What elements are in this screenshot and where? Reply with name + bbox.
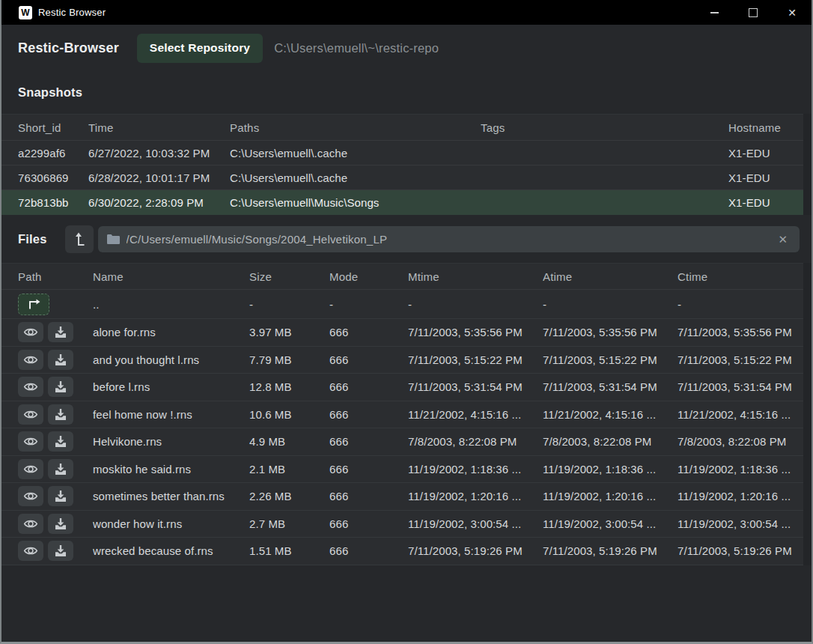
download-button[interactable] [48, 377, 73, 397]
files-col-size: Size [249, 270, 329, 283]
file-row-actions [18, 514, 93, 534]
download-icon [55, 463, 67, 476]
eye-icon [23, 409, 38, 420]
download-button[interactable] [48, 514, 73, 534]
download-button[interactable] [48, 431, 73, 452]
download-icon [55, 408, 67, 421]
up-level-button[interactable] [65, 225, 94, 253]
clear-path-button[interactable]: ✕ [775, 232, 791, 246]
file-cell-atime: 11/19/2002, 1:20:16 ... [543, 490, 678, 502]
download-button[interactable] [48, 486, 73, 506]
preview-button[interactable] [18, 350, 43, 370]
snapshot-row[interactable]: a2299af66/27/2022, 10:03:32 PMC:\Users\e… [1, 141, 803, 165]
file-row-actions [18, 431, 93, 452]
file-cell-name: feel home now !.rns [93, 408, 249, 421]
file-cell-ctime: 7/11/2003, 5:15:22 PM [678, 353, 803, 366]
files-path-bar[interactable]: /C/Users/emuell/Music/Songs/2004_Helveti… [98, 226, 800, 252]
preview-button[interactable] [18, 377, 43, 397]
maximize-button[interactable] [734, 0, 773, 25]
download-button[interactable] [48, 541, 73, 561]
file-row: sometimes better than.rns2.26 MB66611/19… [1, 482, 803, 510]
window-controls: ✕ [695, 0, 812, 25]
download-icon [55, 517, 67, 530]
download-icon [55, 435, 67, 448]
snapshot-cell-paths: C:\Users\emuell\.cache [230, 171, 481, 184]
eye-icon [23, 518, 38, 529]
snapshot-row[interactable]: 763068696/28/2022, 10:01:17 PMC:\Users\e… [1, 165, 803, 190]
files-table: PathNameSizeModeMtimeAtimeCtime ..-----a… [1, 263, 812, 565]
app-window: W Restic Browser ✕ Restic-Browser Select… [0, 0, 813, 644]
preview-button[interactable] [18, 514, 43, 534]
file-row: wrecked because of.rns1.51 MB6667/11/200… [1, 537, 803, 565]
file-cell-ctime: 7/11/2003, 5:35:56 PM [678, 326, 803, 338]
file-cell-mode: 666 [329, 353, 408, 366]
file-cell-ctime: 11/21/2002, 4:15:16 ... [678, 408, 803, 421]
minimize-icon [710, 12, 719, 13]
snapshot-cell-time: 6/27/2022, 10:03:32 PM [88, 147, 230, 160]
files-title: Files [18, 232, 47, 246]
parent-dir-button[interactable] [18, 294, 49, 315]
snapshots-section-header: Snapshots [1, 71, 812, 114]
file-cell-ctime: 11/19/2002, 1:20:16 ... [678, 490, 803, 502]
file-cell-mtime: 7/8/2003, 8:22:08 PM [408, 435, 543, 448]
close-button[interactable]: ✕ [773, 0, 812, 25]
snapshots-col-paths: Paths [230, 121, 481, 134]
file-cell-mode: 666 [329, 463, 408, 476]
snapshots-scrollbar[interactable] [803, 114, 812, 215]
preview-button[interactable] [18, 486, 43, 506]
download-button[interactable] [48, 322, 73, 342]
file-row: and you thought l.rns7.79 MB6667/11/2003… [1, 346, 803, 374]
file-cell-atime: 11/21/2002, 4:15:16 ... [543, 408, 678, 421]
snapshot-cell-hostname: X1-EDU [728, 196, 803, 209]
minimize-button[interactable] [695, 0, 734, 25]
file-row: alone for.rns3.97 MB6667/11/2003, 5:35:5… [1, 318, 803, 346]
file-cell-atime: 7/11/2003, 5:19:26 PM [543, 544, 678, 557]
select-repository-button[interactable]: Select Repository [137, 34, 263, 63]
file-cell-size: 2.1 MB [249, 463, 329, 476]
file-row: Helvikone.rns4.9 MB6667/8/2003, 8:22:08 … [1, 428, 803, 455]
snapshots-table: Short_idTimePathsTagsHostname a2299af66/… [1, 114, 812, 215]
window-title: Restic Browser [38, 7, 106, 18]
parent-dir-icon [26, 299, 41, 309]
snapshots-title: Snapshots [18, 85, 82, 100]
file-row-actions [18, 541, 93, 561]
download-button[interactable] [48, 350, 73, 370]
preview-button[interactable] [18, 404, 43, 425]
snapshot-cell-hostname: X1-EDU [728, 147, 803, 160]
file-cell-ctime: - [678, 298, 803, 311]
file-row-actions [18, 486, 93, 506]
files-scrollbar[interactable] [803, 263, 812, 565]
file-cell-mtime: - [408, 298, 543, 311]
up-level-icon [73, 232, 85, 246]
file-cell-mtime: 11/19/2002, 3:00:54 ... [408, 517, 543, 530]
files-col-atime: Atime [543, 270, 678, 283]
parent-dir-actions [18, 294, 93, 315]
file-cell-size: 3.97 MB [249, 326, 329, 338]
file-cell-name: moskito he said.rns [93, 463, 249, 476]
app-header: Restic-Browser Select Repository C:\User… [1, 25, 812, 71]
preview-button[interactable] [18, 541, 43, 561]
file-row: moskito he said.rns2.1 MB66611/19/2002, … [1, 455, 803, 483]
snapshots-col-short_id: Short_id [18, 121, 88, 134]
download-button[interactable] [48, 404, 73, 425]
preview-button[interactable] [18, 431, 43, 452]
snapshot-cell-time: 6/30/2022, 2:28:09 PM [88, 196, 230, 209]
folder-icon [107, 234, 120, 244]
file-cell-name: wrecked because of.rns [93, 544, 249, 557]
file-cell-mtime: 11/21/2002, 4:15:16 ... [408, 408, 543, 421]
app-title: Restic-Browser [18, 40, 119, 56]
files-col-mtime: Mtime [408, 270, 543, 283]
download-button[interactable] [48, 459, 73, 479]
file-cell-ctime: 11/19/2002, 1:18:36 ... [678, 463, 803, 476]
file-row: feel home now !.rns10.6 MB66611/21/2002,… [1, 401, 803, 428]
file-cell-atime: 11/19/2002, 3:00:54 ... [543, 517, 678, 530]
file-cell-mode: 666 [329, 408, 408, 421]
snapshot-row[interactable]: 72b813bb6/30/2022, 2:28:09 PMC:\Users\em… [1, 190, 803, 215]
parent-dir-row[interactable]: ..----- [1, 290, 803, 318]
preview-button[interactable] [18, 322, 43, 342]
close-icon: ✕ [788, 7, 797, 18]
preview-button[interactable] [18, 459, 43, 479]
file-cell-ctime: 7/11/2003, 5:31:54 PM [678, 380, 803, 393]
eye-icon [23, 545, 38, 556]
file-row: before l.rns12.8 MB6667/11/2003, 5:31:54… [1, 373, 803, 401]
